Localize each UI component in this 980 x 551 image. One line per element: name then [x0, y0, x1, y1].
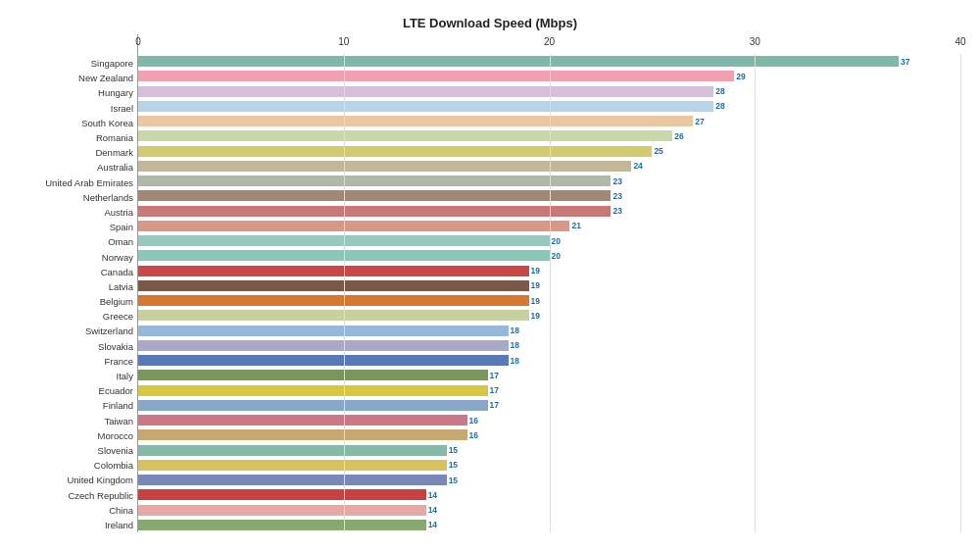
y-label-canada: Canada — [20, 266, 137, 278]
y-label-austria: Austria — [20, 206, 137, 219]
y-label-belgium: Belgium — [20, 295, 137, 308]
bar-value-singapore: 37 — [901, 57, 909, 67]
bar-value-china: 14 — [428, 505, 437, 515]
y-label-denmark: Denmark — [20, 146, 137, 159]
chart-area: SingaporeNew ZealandHungaryIsraelSouth K… — [20, 34, 960, 532]
bar-value-latvia: 19 — [531, 280, 540, 290]
bar-value-australia: 24 — [633, 161, 642, 171]
bar-switzerland — [138, 326, 509, 336]
y-label-norway: Norway — [20, 251, 137, 264]
y-label-italy: Italy — [20, 370, 137, 382]
bar-value-italy: 17 — [490, 371, 499, 380]
bar-south-korea — [138, 116, 693, 126]
bar-finland — [138, 400, 488, 411]
chart-title: LTE Download Speed (Mbps) — [20, 16, 960, 30]
y-label-netherlands: Netherlands — [20, 191, 137, 204]
bar-colombia — [138, 460, 447, 471]
bar-ireland — [138, 520, 426, 530]
x-gridline-30 — [755, 54, 756, 532]
bar-czech-republic — [138, 489, 426, 500]
bar-spain — [138, 221, 569, 231]
y-axis: SingaporeNew ZealandHungaryIsraelSouth K… — [20, 34, 137, 532]
y-label-australia: Australia — [20, 161, 137, 174]
x-tick-0: 0 — [135, 36, 141, 47]
x-axis-labels: 010203040 — [138, 34, 960, 54]
bar-value-south-korea: 27 — [695, 117, 704, 126]
bar-value-colombia: 15 — [449, 460, 458, 470]
y-label-hungary: Hungary — [20, 86, 137, 99]
y-label-romania: Romania — [20, 131, 137, 144]
y-label-greece: Greece — [20, 310, 137, 323]
y-label-finland: Finland — [20, 399, 137, 412]
x-gridline-10 — [344, 54, 345, 532]
bar-value-united-kingdom: 15 — [449, 476, 458, 485]
bar-value-ecuador: 17 — [490, 385, 499, 395]
bar-slovakia — [138, 340, 509, 351]
y-label-czech-republic: Czech Republic — [20, 489, 137, 502]
y-label-new-zealand: New Zealand — [20, 72, 137, 84]
x-tick-30: 30 — [750, 36, 760, 47]
bar-value-hungary: 28 — [715, 86, 724, 96]
bar-hungary — [138, 86, 713, 97]
chart-container: LTE Download Speed (Mbps) SingaporeNew Z… — [10, 6, 970, 545]
bar-romania — [138, 130, 672, 141]
bar-belgium — [138, 295, 529, 306]
bar-france — [138, 355, 509, 366]
bar-united-arab-emirates — [138, 175, 611, 186]
bar-value-finland: 17 — [490, 400, 499, 410]
x-gridline-20 — [550, 54, 551, 532]
bar-value-ireland: 14 — [428, 520, 437, 529]
y-label-france: France — [20, 355, 137, 368]
y-label-ireland: Ireland — [20, 519, 137, 531]
bar-singapore — [138, 56, 899, 67]
bar-value-switzerland: 18 — [511, 326, 519, 335]
bar-value-austria: 23 — [612, 206, 621, 216]
bar-value-france: 18 — [511, 356, 519, 366]
bar-value-canada: 19 — [531, 266, 540, 276]
bar-china — [138, 505, 426, 516]
bar-value-oman: 20 — [552, 236, 561, 246]
bar-greece — [138, 310, 529, 321]
x-tick-20: 20 — [544, 36, 555, 47]
bar-value-netherlands: 23 — [612, 191, 621, 201]
bar-value-israel: 28 — [715, 101, 724, 111]
bar-ecuador — [138, 385, 488, 396]
bar-value-slovakia: 18 — [511, 340, 519, 350]
x-gridline-40 — [960, 54, 961, 532]
bar-netherlands — [138, 190, 611, 201]
bar-value-united-arab-emirates: 23 — [612, 176, 621, 186]
bar-italy — [138, 370, 488, 380]
y-label-ecuador: Ecuador — [20, 384, 137, 397]
bar-morocco — [138, 429, 467, 440]
y-label-united-arab-emirates: United Arab Emirates — [20, 176, 137, 189]
bar-denmark — [138, 146, 652, 157]
bar-israel — [138, 101, 713, 112]
y-label-morocco: Morocco — [20, 429, 137, 442]
y-label-latvia: Latvia — [20, 280, 137, 293]
bar-austria — [138, 206, 611, 217]
y-label-switzerland: Switzerland — [20, 325, 137, 337]
bar-taiwan — [138, 415, 467, 426]
bar-value-new-zealand: 29 — [736, 72, 745, 81]
bar-value-denmark: 25 — [654, 146, 662, 156]
x-tick-40: 40 — [955, 36, 965, 47]
y-label-singapore: Singapore — [20, 57, 137, 70]
bar-value-spain: 21 — [571, 221, 580, 230]
bar-value-romania: 26 — [674, 131, 683, 141]
bar-value-slovenia: 15 — [449, 445, 458, 455]
bar-slovenia — [138, 445, 447, 456]
bar-value-czech-republic: 14 — [428, 490, 437, 500]
plot-area: 010203040 372928282726252423232321202019… — [137, 34, 960, 532]
bar-value-morocco: 16 — [469, 430, 478, 440]
bar-value-norway: 20 — [552, 251, 561, 261]
y-label-israel: Israel — [20, 102, 137, 115]
bar-value-belgium: 19 — [531, 296, 540, 306]
bar-canada — [138, 266, 529, 276]
y-label-china: China — [20, 504, 137, 517]
y-label-united-kingdom: United Kingdom — [20, 474, 137, 486]
y-label-slovakia: Slovakia — [20, 340, 137, 353]
y-label-slovenia: Slovenia — [20, 444, 137, 457]
y-label-taiwan: Taiwan — [20, 415, 137, 427]
y-label-oman: Oman — [20, 235, 137, 248]
y-label-south-korea: South Korea — [20, 117, 137, 129]
